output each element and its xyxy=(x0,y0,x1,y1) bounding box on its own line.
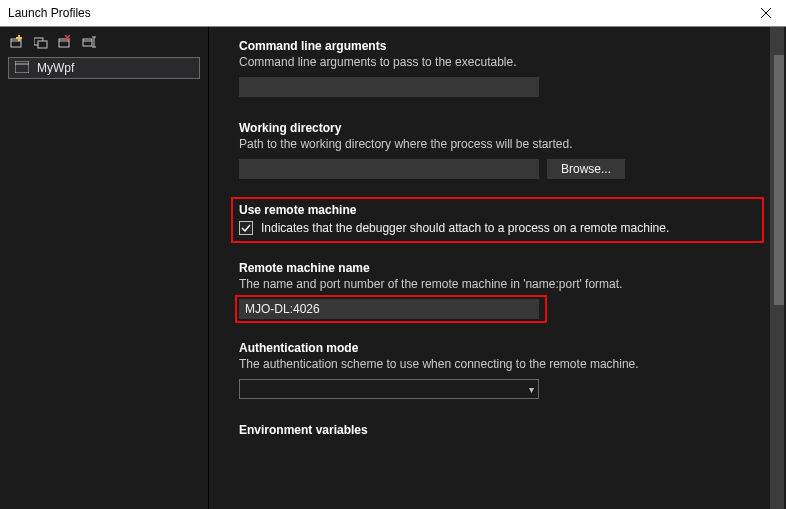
chevron-down-icon: ▾ xyxy=(529,384,534,395)
close-icon xyxy=(761,8,771,18)
section-environment-variables: Environment variables xyxy=(239,423,756,437)
content-panel: Command line arguments Command line argu… xyxy=(209,27,786,509)
use-remote-machine-label: Indicates that the debugger should attac… xyxy=(261,221,669,235)
highlight-remote-machine-name xyxy=(235,295,547,323)
section-title: Authentication mode xyxy=(239,341,756,355)
section-desc: Command line arguments to pass to the ex… xyxy=(239,55,756,69)
svg-rect-8 xyxy=(59,39,69,47)
command-line-arguments-input[interactable] xyxy=(239,77,539,97)
authentication-mode-select[interactable]: ▾ xyxy=(239,379,539,399)
profile-item-mywpf[interactable]: MyWpf xyxy=(8,57,200,79)
delete-profile-icon[interactable] xyxy=(58,35,72,49)
working-directory-input[interactable] xyxy=(239,159,539,179)
use-remote-machine-checkbox[interactable] xyxy=(239,221,253,235)
section-title: Working directory xyxy=(239,121,756,135)
browse-button[interactable]: Browse... xyxy=(547,159,625,179)
new-profile-icon[interactable] xyxy=(10,35,24,49)
svg-rect-12 xyxy=(83,39,92,46)
section-title: Use remote machine xyxy=(239,203,756,217)
rename-profile-icon[interactable] xyxy=(82,35,96,49)
profile-item-label: MyWpf xyxy=(37,61,74,75)
section-desc: The name and port number of the remote m… xyxy=(239,277,756,291)
profile-toolbar xyxy=(0,33,208,55)
wpf-project-icon xyxy=(15,61,29,76)
section-authentication-mode: Authentication mode The authentication s… xyxy=(239,341,756,399)
duplicate-profile-icon[interactable] xyxy=(34,35,48,49)
svg-rect-7 xyxy=(38,41,47,48)
section-title: Environment variables xyxy=(239,423,756,437)
section-working-directory: Working directory Path to the working di… xyxy=(239,121,756,179)
highlight-use-remote-machine: Use remote machine Indicates that the de… xyxy=(231,197,764,243)
svg-rect-17 xyxy=(15,61,29,73)
section-desc: Path to the working directory where the … xyxy=(239,137,756,151)
svg-rect-5 xyxy=(16,37,22,39)
sidebar: MyWpf xyxy=(0,27,209,509)
remote-machine-name-input[interactable] xyxy=(239,299,539,319)
section-title: Remote machine name xyxy=(239,261,756,275)
scrollbar-thumb[interactable] xyxy=(774,55,784,305)
close-button[interactable] xyxy=(746,0,786,27)
section-command-line-arguments: Command line arguments Command line argu… xyxy=(239,39,756,97)
section-desc: The authentication scheme to use when co… xyxy=(239,357,756,371)
window-title: Launch Profiles xyxy=(8,6,91,20)
section-title: Command line arguments xyxy=(239,39,756,53)
titlebar: Launch Profiles xyxy=(0,0,786,27)
section-remote-machine-name: Remote machine name The name and port nu… xyxy=(239,261,756,323)
checkmark-icon xyxy=(241,223,251,233)
